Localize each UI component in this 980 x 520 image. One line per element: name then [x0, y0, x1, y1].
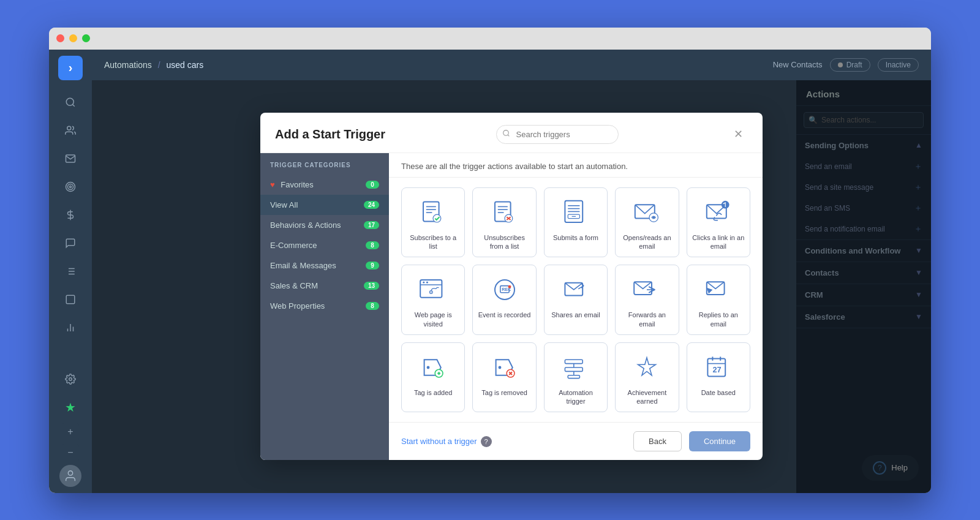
modal-content: These are all the trigger actions availa… [389, 153, 763, 461]
fav-heart-icon: ♥ [270, 180, 275, 189]
svg-point-46 [423, 282, 424, 284]
modal-sidebar: TRIGGER CATEGORIES ♥ Favorites 0 V [260, 153, 389, 461]
trigger-card-achievement[interactable]: Achievement earned [615, 342, 679, 413]
automation-label: Automation trigger [549, 388, 602, 406]
close-button[interactable] [56, 34, 64, 42]
category-badge-sales: 13 [364, 282, 379, 290]
category-sales-crm[interactable]: Sales & CRM 13 [260, 276, 389, 296]
tag-added-icon [417, 352, 449, 383]
breadcrumb: Automations / used cars [104, 60, 203, 70]
opens-email-label: Opens/reads an email [620, 233, 673, 251]
modal-body: TRIGGER CATEGORIES ♥ Favorites 0 V [260, 153, 763, 461]
nav-page-icon[interactable] [58, 287, 83, 312]
svg-line-1 [72, 104, 74, 106]
trigger-card-event-recorded[interactable]: REC Event is recorded [472, 265, 536, 335]
svg-point-25 [433, 214, 441, 222]
nav-star-icon[interactable]: ★ [58, 395, 83, 420]
nav-logo[interactable]: › [58, 56, 83, 80]
achievement-label: Achievement earned [620, 388, 673, 406]
category-badge-ecommerce: 8 [366, 241, 379, 249]
back-button[interactable]: Back [633, 431, 682, 451]
achievement-icon [631, 352, 663, 383]
minimize-button[interactable] [69, 34, 77, 42]
svg-point-0 [66, 98, 74, 105]
nav-search-icon[interactable] [58, 90, 83, 115]
svg-point-4 [68, 184, 74, 189]
nav-email-icon[interactable] [58, 146, 83, 171]
modal-footer: Start without a trigger ? Back Continue [389, 422, 763, 460]
header-right: New Contacts Draft Inactive [773, 58, 919, 72]
modal-search-input[interactable] [496, 125, 619, 144]
continue-button[interactable]: Continue [689, 431, 750, 451]
trigger-card-forwards-email[interactable]: Forwards an email [615, 265, 679, 335]
web-page-icon [417, 274, 449, 306]
svg-point-47 [426, 282, 428, 284]
nav-chat-icon[interactable] [58, 231, 83, 255]
trigger-card-opens-email[interactable]: Opens/reads an email [615, 187, 679, 258]
nav-list-icon[interactable] [58, 259, 83, 284]
nav-settings-icon[interactable] [58, 367, 83, 391]
modal-title: Add a Start Trigger [275, 127, 385, 141]
automation-icon [560, 352, 592, 383]
svg-marker-58 [707, 288, 713, 294]
modal-description: These are all the trigger actions availa… [389, 153, 763, 178]
trigger-grid: Subscribes to a list [401, 187, 750, 413]
opens-email-icon [631, 197, 663, 228]
trigger-card-automation[interactable]: Automation trigger [544, 342, 608, 413]
inactive-status-badge[interactable]: Inactive [878, 58, 919, 72]
trigger-card-submits-form[interactable]: Submits a form [544, 187, 608, 258]
draft-status-badge[interactable]: Draft [830, 58, 870, 72]
event-recorded-label: Event is recorded [478, 311, 531, 319]
svg-point-2 [67, 126, 71, 130]
new-contacts-btn[interactable]: New Contacts [773, 60, 823, 69]
svg-point-63 [498, 366, 501, 369]
nav-chart-icon[interactable] [58, 315, 83, 340]
trigger-card-web-page[interactable]: Web page is visited [401, 265, 465, 335]
modal-search-container [496, 125, 619, 144]
maximize-button[interactable] [82, 34, 90, 42]
submits-form-icon [560, 197, 592, 228]
categories-label: TRIGGER CATEGORIES [260, 162, 389, 175]
trigger-card-date-based[interactable]: 27 Date based [687, 342, 750, 413]
start-without-help-icon: ? [481, 436, 492, 447]
canvas-minus-btn[interactable]: − [62, 444, 79, 461]
svg-point-41 [653, 216, 655, 219]
trigger-card-tag-added[interactable]: Tag is added [401, 342, 465, 413]
svg-point-19 [503, 130, 508, 136]
category-web-properties[interactable]: Web Properties 8 [260, 296, 389, 316]
category-behaviors-actions[interactable]: Behaviors & Actions 17 [260, 215, 389, 235]
start-without-trigger-link[interactable]: Start without a trigger ? [401, 436, 492, 447]
subscribes-label: Subscribes to a list [407, 233, 459, 251]
trigger-card-unsubscribes[interactable]: Unsubscribes from a list [472, 187, 536, 258]
mac-window: › [49, 28, 931, 493]
category-email-messages[interactable]: Email & Messages 9 [260, 255, 389, 276]
svg-point-53 [508, 285, 511, 288]
svg-point-49 [431, 292, 432, 293]
nav-target-icon[interactable] [58, 175, 83, 199]
category-view-all[interactable]: View All 24 [260, 195, 389, 215]
sidebar-nav: › [49, 50, 92, 493]
svg-point-59 [427, 366, 430, 369]
nav-avatar[interactable] [59, 465, 81, 487]
trigger-card-clicks-link[interactable]: Clicks a link in an email [687, 187, 750, 258]
svg-text:27: 27 [712, 365, 721, 374]
trigger-card-subscribes[interactable]: Subscribes to a list [401, 187, 465, 258]
event-recorded-icon: REC [489, 274, 521, 306]
modal-overlay: Add a Start Trigger ✕ [92, 80, 931, 493]
svg-rect-67 [565, 360, 582, 363]
svg-rect-13 [66, 295, 75, 304]
modal-close-button[interactable]: ✕ [729, 125, 748, 143]
trigger-card-replies-email[interactable]: Replies to an email [687, 265, 750, 335]
trigger-card-shares-email[interactable]: Shares an email [544, 265, 608, 335]
svg-point-18 [68, 470, 72, 475]
main-area: Automations / used cars New Contacts Dra… [92, 50, 931, 493]
trigger-card-tag-removed[interactable]: Tag is removed [472, 342, 536, 413]
nav-dollar-icon[interactable] [58, 203, 83, 227]
category-ecommerce[interactable]: E-Commerce 8 [260, 235, 389, 255]
nav-contacts-icon[interactable] [58, 118, 83, 143]
trigger-grid-container: Subscribes to a list [389, 178, 763, 423]
canvas-plus-btn[interactable]: + [62, 423, 79, 440]
category-favorites[interactable]: ♥ Favorites 0 [260, 175, 389, 195]
svg-line-20 [508, 135, 509, 136]
subscribes-icon [417, 197, 449, 228]
